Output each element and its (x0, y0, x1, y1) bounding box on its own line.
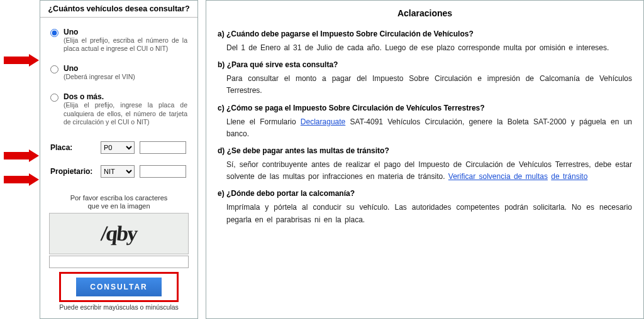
faq-answer: Sí, señor contribuyente antes de realiza… (226, 159, 632, 183)
option-uno-placa[interactable]: Uno (Elija el prefijo, escriba el número… (50, 28, 187, 53)
declaraguate-link[interactable]: Declaraguate (301, 117, 345, 126)
de-transito-link[interactable]: de tránsito (551, 172, 587, 181)
option-title: Uno (64, 28, 187, 36)
radio-uno-placa[interactable] (50, 29, 58, 37)
faq-question: a) ¿Cuándo debe pagarse el Impuesto Sobr… (218, 30, 632, 38)
consultar-button[interactable]: CONSULTAR (76, 278, 162, 296)
left-panel: ¿Cuántos vehículos desea consultar? Uno … (40, 0, 198, 319)
faq-question: d) ¿Se debe pagar antes las multas de tr… (218, 146, 632, 155)
svg-marker-1 (4, 149, 39, 162)
annotation-arrows (0, 0, 40, 319)
placa-label: Placa: (50, 143, 101, 152)
aclaraciones-title: Aclaraciones (218, 8, 632, 18)
faq-question: c) ¿Cómo se paga el Impuesto Sobre Circu… (218, 104, 632, 112)
option-uno-vin[interactable]: Uno (Deberá ingresar el VIN) (50, 64, 187, 81)
captcha-image: /qby (49, 213, 189, 254)
option-desc: (Deberá ingresar el VIN) (64, 73, 135, 81)
radio-dos-o-mas[interactable] (50, 94, 58, 102)
captcha-note: Puede escribir mayúsculas o minúsculas (49, 303, 189, 311)
option-dos-o-mas[interactable]: Dos o más. (Elija el prefijo, ingrese la… (50, 92, 187, 126)
svg-marker-2 (4, 173, 39, 186)
propietario-id-input[interactable] (140, 165, 186, 178)
placa-prefix-select[interactable]: P0 (101, 141, 135, 154)
captcha-input[interactable] (49, 256, 189, 268)
faq-question: b) ¿Para qué sirve esta consulta? (218, 60, 632, 69)
placa-row: Placa: P0 (50, 141, 187, 154)
arrow-icon (4, 149, 39, 162)
faq-question: e) ¿Dónde debo portar la calcomanía? (218, 189, 632, 198)
consult-highlight-frame: CONSULTAR (59, 272, 179, 302)
faq-answer: Para consultar el monto a pagar del Impu… (226, 73, 632, 97)
verificar-multas-link[interactable]: Verificar solvencia de multas (448, 172, 548, 181)
placa-number-input[interactable] (140, 141, 186, 154)
right-panel: Aclaraciones a) ¿Cuándo debe pagarse el … (206, 0, 644, 319)
option-desc: (Elija el prefijo, ingrese la placa de c… (64, 101, 187, 126)
propietario-type-select[interactable]: NIT (101, 165, 135, 178)
left-panel-header: ¿Cuántos vehículos desea consultar? (40, 1, 197, 18)
faq-answer: Llene el Formulario Declaraguate SAT-409… (226, 116, 632, 140)
faq-answer: Del 1 de Enero al 31 de Julio de cada añ… (226, 42, 632, 54)
faq-answer: Imprímala y pórtela al conducir su vehíc… (226, 202, 632, 225)
option-title: Dos o más. (64, 92, 187, 101)
svg-marker-0 (4, 54, 39, 67)
option-title: Uno (64, 64, 135, 73)
captcha-zone: Por favor escriba los caracteres que ve … (40, 189, 197, 311)
propietario-label: Propietario: (50, 167, 101, 176)
arrow-icon (4, 54, 39, 67)
captcha-text: /qby (100, 222, 138, 246)
option-desc: (Elija el prefijo, escriba el número de … (64, 36, 187, 53)
arrow-icon (4, 173, 39, 186)
form-fields: Placa: P0 Propietario: NIT (40, 138, 197, 178)
page-root: ¿Cuántos vehículos desea consultar? Uno … (0, 0, 644, 319)
captcha-prompt: Por favor escriba los caracteres que ve … (49, 194, 189, 210)
radio-uno-vin[interactable] (50, 65, 58, 73)
propietario-row: Propietario: NIT (50, 165, 187, 178)
vehicle-count-options: Uno (Elija el prefijo, escriba el número… (40, 18, 197, 126)
